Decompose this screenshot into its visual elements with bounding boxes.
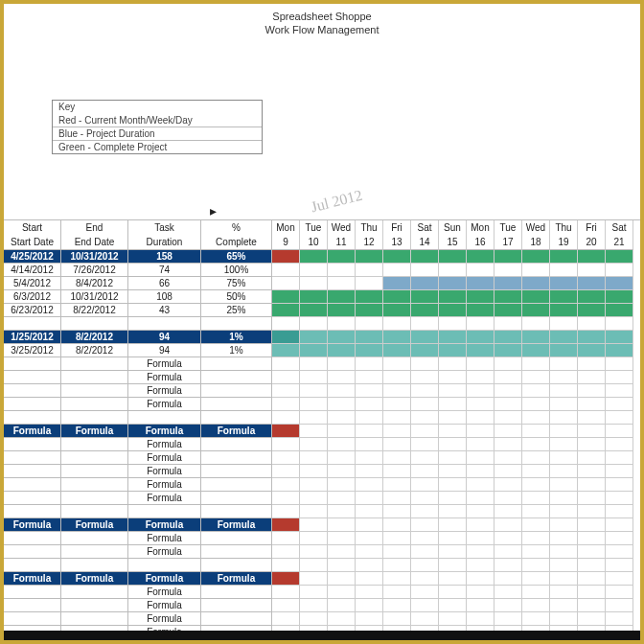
cell[interactable]: Formula <box>61 518 128 532</box>
cell[interactable]: Formula <box>4 425 61 438</box>
gantt-cell[interactable] <box>494 438 522 451</box>
gantt-cell[interactable] <box>467 304 494 317</box>
gantt-cell[interactable] <box>272 304 300 317</box>
gantt-cell[interactable] <box>606 277 633 290</box>
gantt-cell[interactable] <box>522 612 550 626</box>
gantt-cell[interactable] <box>606 304 633 317</box>
gantt-cell[interactable] <box>411 357 439 371</box>
cell[interactable]: 94 <box>128 331 201 344</box>
gantt-cell[interactable] <box>439 612 467 626</box>
gantt-cell[interactable] <box>356 465 383 478</box>
gantt-cell[interactable] <box>494 465 522 478</box>
gantt-cell[interactable] <box>356 599 383 612</box>
gantt-cell[interactable] <box>300 612 328 626</box>
gantt-cell[interactable] <box>522 505 550 518</box>
cell[interactable] <box>4 465 61 478</box>
cell[interactable] <box>61 532 128 545</box>
cell[interactable]: Formula <box>4 572 61 586</box>
gantt-cell[interactable] <box>300 545 328 559</box>
gantt-cell[interactable] <box>578 465 606 478</box>
gantt-cell[interactable] <box>578 344 606 357</box>
gantt-cell[interactable] <box>383 425 411 438</box>
gantt-cell[interactable] <box>328 545 356 559</box>
gantt-cell[interactable] <box>550 612 578 626</box>
gantt-cell[interactable] <box>522 264 550 277</box>
gantt-cell[interactable] <box>300 532 328 545</box>
day-number[interactable]: 9 <box>272 235 300 250</box>
gantt-cell[interactable] <box>356 398 383 411</box>
gantt-cell[interactable] <box>467 398 494 411</box>
gantt-cell[interactable] <box>383 290 411 304</box>
gantt-cell[interactable] <box>300 277 328 290</box>
gantt-cell[interactable] <box>272 505 300 518</box>
gantt-cell[interactable] <box>439 398 467 411</box>
gantt-cell[interactable] <box>494 425 522 438</box>
cell[interactable]: Formula <box>128 612 201 626</box>
day-header[interactable]: Tue <box>300 220 328 235</box>
cell[interactable]: 10/31/2012 <box>61 290 128 304</box>
gantt-cell[interactable] <box>272 492 300 505</box>
gantt-cell[interactable] <box>356 586 383 599</box>
cell[interactable] <box>128 505 201 518</box>
gantt-cell[interactable] <box>328 277 356 290</box>
cell[interactable]: 1% <box>201 344 272 357</box>
gantt-cell[interactable] <box>300 586 328 599</box>
cell[interactable]: 158 <box>128 250 201 264</box>
gantt-cell[interactable] <box>550 478 578 492</box>
gantt-cell[interactable] <box>606 545 633 559</box>
gantt-cell[interactable] <box>494 478 522 492</box>
gantt-cell[interactable] <box>606 559 633 572</box>
gantt-cell[interactable] <box>467 250 494 264</box>
gantt-cell[interactable] <box>439 264 467 277</box>
gantt-cell[interactable] <box>300 465 328 478</box>
gantt-cell[interactable] <box>328 411 356 425</box>
gantt-cell[interactable] <box>272 398 300 411</box>
gantt-cell[interactable] <box>578 505 606 518</box>
cell[interactable]: 6/23/2012 <box>4 304 61 317</box>
day-header[interactable]: Wed <box>328 220 356 235</box>
gantt-cell[interactable] <box>411 492 439 505</box>
gantt-cell[interactable] <box>300 290 328 304</box>
gantt-cell[interactable] <box>439 290 467 304</box>
cell[interactable] <box>61 586 128 599</box>
gantt-cell[interactable] <box>411 505 439 518</box>
gantt-cell[interactable] <box>550 304 578 317</box>
cell[interactable] <box>201 545 272 559</box>
gantt-cell[interactable] <box>383 465 411 478</box>
gantt-cell[interactable] <box>328 451 356 465</box>
gantt-cell[interactable] <box>439 451 467 465</box>
gantt-cell[interactable] <box>578 451 606 465</box>
gantt-cell[interactable] <box>550 492 578 505</box>
gantt-cell[interactable] <box>439 277 467 290</box>
gantt-cell[interactable] <box>300 384 328 398</box>
cell[interactable]: 7/26/2012 <box>61 264 128 277</box>
cell[interactable] <box>61 599 128 612</box>
cell[interactable]: 4/14/2012 <box>4 264 61 277</box>
cell[interactable] <box>201 612 272 626</box>
gantt-cell[interactable] <box>356 277 383 290</box>
gantt-cell[interactable] <box>578 545 606 559</box>
cell[interactable]: Formula <box>61 572 128 586</box>
gantt-cell[interactable] <box>550 290 578 304</box>
cell[interactable] <box>61 398 128 411</box>
day-number[interactable]: 14 <box>411 235 439 250</box>
gantt-cell[interactable] <box>467 371 494 384</box>
cell[interactable] <box>4 398 61 411</box>
gantt-cell[interactable] <box>494 344 522 357</box>
day-header[interactable]: Fri <box>383 220 411 235</box>
gantt-cell[interactable] <box>411 384 439 398</box>
gantt-cell[interactable] <box>494 398 522 411</box>
col-header[interactable]: End Date <box>61 235 128 250</box>
gantt-cell[interactable] <box>328 357 356 371</box>
cell[interactable] <box>201 398 272 411</box>
gantt-cell[interactable] <box>606 586 633 599</box>
gantt-cell[interactable] <box>606 532 633 545</box>
gantt-cell[interactable] <box>606 250 633 264</box>
gantt-cell[interactable] <box>467 545 494 559</box>
gantt-cell[interactable] <box>439 317 467 331</box>
gantt-cell[interactable] <box>494 599 522 612</box>
day-header[interactable]: Tue <box>494 220 522 235</box>
gantt-cell[interactable] <box>467 331 494 344</box>
gantt-cell[interactable] <box>522 371 550 384</box>
gantt-cell[interactable] <box>411 465 439 478</box>
